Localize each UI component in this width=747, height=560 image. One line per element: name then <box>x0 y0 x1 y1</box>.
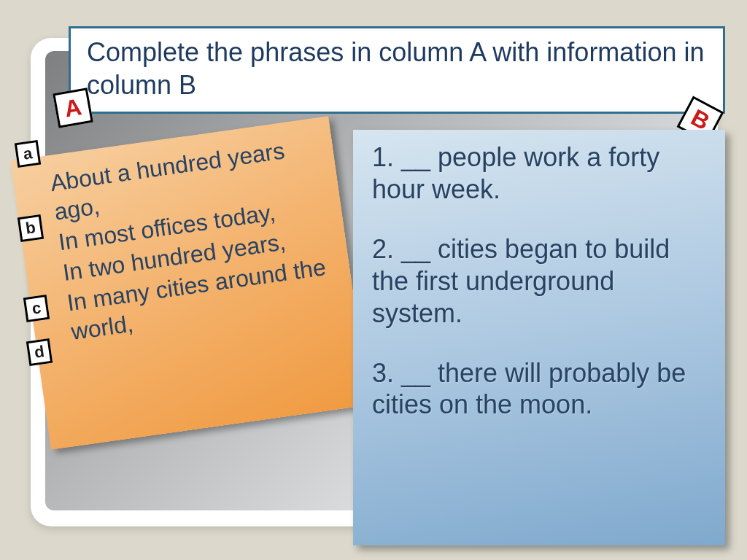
instruction-box: Complete the phrases in column A with in… <box>69 26 725 114</box>
option-badge-a[interactable]: a <box>15 140 41 168</box>
instruction-text: Complete the phrases in column A with in… <box>87 36 707 101</box>
option-badge-c[interactable]: c <box>23 295 50 322</box>
column-a-note: About a hundred years ago, In most offic… <box>10 116 368 449</box>
sentence-2: 2. __ cities began to build the first un… <box>372 233 706 330</box>
option-badge-b[interactable]: b <box>18 214 44 242</box>
column-a-badge: A <box>53 88 93 128</box>
sentence-3: 3. __ there will probably be cities on t… <box>372 357 706 421</box>
column-b-panel: 1. __ people work a forty hour week. 2. … <box>353 130 725 545</box>
sentence-1: 1. __ people work a forty hour week. <box>372 141 706 206</box>
option-badge-d[interactable]: d <box>26 338 53 366</box>
